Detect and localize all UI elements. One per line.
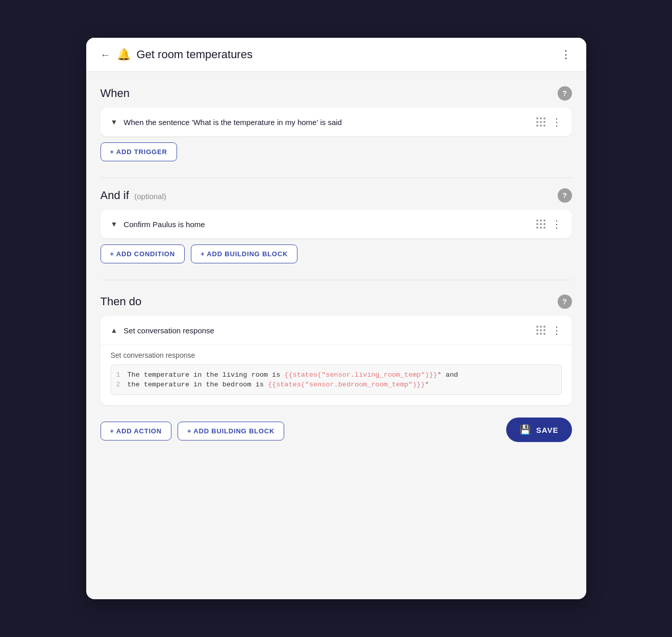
header-left: ← 🔔 Get room temperatures (101, 48, 253, 61)
then-do-title: Then do (101, 295, 142, 308)
line-content-2: the temperature in the bedroom is {{stat… (128, 381, 429, 388)
trigger-more-button[interactable]: ⋮ (552, 117, 562, 127)
condition-item-row: ▼ Confirm Paulus is home ⋮ (101, 210, 572, 238)
when-title: When (101, 87, 130, 100)
add-action-button[interactable]: + ADD ACTION (101, 422, 171, 440)
code-line-2: 2 the temperature in the bedroom is {{st… (111, 380, 561, 389)
response-label: Set conversation response (111, 351, 562, 359)
save-button[interactable]: 💾 SAVE (506, 418, 572, 442)
header: ← 🔔 Get room temperatures ⋮ (86, 38, 586, 72)
and-if-title: And if (101, 189, 129, 202)
code-editor[interactable]: 1 The temperature in the living room is … (111, 364, 562, 395)
and-if-section-header: And if (optional) ? (101, 188, 572, 203)
and-if-subtitle: (optional) (134, 192, 166, 201)
add-trigger-button[interactable]: + ADD TRIGGER (101, 142, 177, 161)
action-item-left: ▲ Set conversation response (111, 326, 214, 335)
template-expr-1: {{states("sensor.living_room_temp")}} (284, 371, 437, 379)
action-item-right: ⋮ (536, 325, 562, 335)
content: When ? ▼ When the sentence 'What is the … (86, 72, 586, 599)
when-section: When ? ▼ When the sentence 'What is the … (101, 86, 572, 161)
trigger-btn-row: + ADD TRIGGER (101, 142, 572, 161)
page-title: Get room temperatures (137, 48, 253, 61)
line-num-2: 2 (111, 381, 128, 388)
save-icon: 💾 (519, 424, 531, 435)
back-button[interactable]: ← (101, 49, 111, 61)
trigger-drag-handle[interactable] (536, 117, 545, 127)
then-do-section-header: Then do ? (101, 295, 572, 309)
action-drag-handle[interactable] (536, 326, 545, 335)
line-num-1: 1 (111, 371, 128, 379)
add-building-block-action-button[interactable]: + ADD BUILDING BLOCK (178, 422, 284, 440)
divider-2 (101, 280, 572, 280)
condition-chevron[interactable]: ▼ (111, 220, 118, 228)
action-title: Set conversation response (123, 326, 214, 335)
action-more-button[interactable]: ⋮ (552, 325, 562, 335)
trigger-label: When the sentence 'What is the temperatu… (123, 118, 342, 127)
code-line-1: 1 The temperature in the living room is … (111, 370, 561, 380)
trigger-item-left: ▼ When the sentence 'What is the tempera… (111, 118, 342, 127)
template-expr-2: {{states("sensor.bedroom_room_temp")}} (268, 381, 425, 388)
action-btn-row: + ADD ACTION + ADD BUILDING BLOCK (101, 422, 285, 440)
then-do-section: Then do ? ▲ Set conversation response (101, 295, 572, 442)
trigger-chevron[interactable]: ▼ (111, 118, 118, 126)
action-chevron[interactable]: ▲ (111, 326, 118, 334)
divider-1 (101, 178, 572, 178)
action-item-row: ▲ Set conversation response ⋮ (101, 316, 572, 345)
condition-drag-handle[interactable] (536, 219, 545, 229)
trigger-item-row: ▼ When the sentence 'What is the tempera… (101, 108, 572, 136)
and-if-section: And if (optional) ? ▼ Confirm Paulus is … (101, 188, 572, 263)
main-card: ← 🔔 Get room temperatures ⋮ When ? ▼ (86, 38, 586, 599)
condition-item-left: ▼ Confirm Paulus is home (111, 220, 205, 229)
when-section-header: When ? (101, 86, 572, 101)
trigger-item-right: ⋮ (536, 117, 562, 127)
action-expanded-body: Set conversation response 1 The temperat… (101, 345, 572, 405)
condition-item-card: ▼ Confirm Paulus is home ⋮ (101, 210, 572, 238)
and-if-help-icon[interactable]: ? (558, 188, 572, 203)
trigger-item-card: ▼ When the sentence 'What is the tempera… (101, 108, 572, 136)
line-content-1: The temperature in the living room is {{… (128, 371, 458, 379)
condition-label: Confirm Paulus is home (123, 220, 205, 229)
action-item-card: ▲ Set conversation response ⋮ Set conver… (101, 316, 572, 405)
header-more-button[interactable]: ⋮ (560, 48, 572, 61)
condition-more-button[interactable]: ⋮ (552, 219, 562, 229)
add-condition-button[interactable]: + ADD CONDITION (101, 244, 185, 263)
condition-btn-row: + ADD CONDITION + ADD BUILDING BLOCK (101, 244, 572, 263)
title-emoji: 🔔 (117, 48, 131, 61)
then-do-help-icon[interactable]: ? (558, 295, 572, 309)
and-if-title-group: And if (optional) (101, 189, 166, 202)
when-help-icon[interactable]: ? (558, 86, 572, 101)
condition-item-right: ⋮ (536, 219, 562, 229)
add-building-block-condition-button[interactable]: + ADD BUILDING BLOCK (191, 244, 297, 263)
footer-row: + ADD ACTION + ADD BUILDING BLOCK 💾 SAVE (101, 418, 572, 442)
